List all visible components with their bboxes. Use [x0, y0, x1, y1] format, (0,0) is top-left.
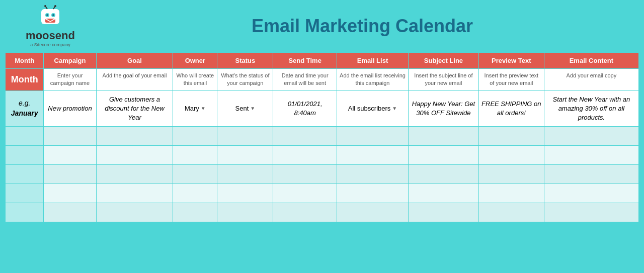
- example-subject-line-cell: Happy New Year: Get 30% OFF Sitewide: [409, 90, 479, 127]
- desc-send-time: Date and time your email will be sent: [273, 69, 337, 91]
- svg-point-3: [46, 14, 48, 16]
- desc-goal: Add the goal of your email: [96, 69, 173, 91]
- col-send-time: Send Time: [273, 53, 337, 69]
- empty-4-preview-text: [478, 184, 544, 203]
- col-campaign: Campaign: [44, 53, 96, 69]
- empty-4-goal: [96, 184, 173, 203]
- empty-4-status: [217, 184, 273, 203]
- empty-2-email-content: [544, 146, 638, 165]
- logo-icon: [38, 5, 62, 29]
- empty-row-1: [6, 127, 639, 146]
- empty-5-email-list: [337, 203, 408, 222]
- empty-3-preview-text: [478, 165, 544, 184]
- logo-text: moosend: [26, 29, 75, 42]
- desc-status: What's the status of your campaign: [217, 69, 273, 91]
- example-campaign-cell: New promotion: [44, 90, 96, 127]
- email-list-dropdown-arrow[interactable]: ▼: [392, 105, 397, 112]
- empty-1-month: [6, 127, 44, 146]
- example-email-list-cell: All subscribers ▼: [337, 90, 408, 127]
- example-email-content-cell: Start the New Year with an amazing 30% o…: [544, 90, 638, 127]
- empty-4-month: [6, 184, 44, 203]
- example-owner-cell: Mary ▼: [173, 90, 217, 127]
- empty-5-send-time: [273, 203, 337, 222]
- empty-3-subject-line: [409, 165, 479, 184]
- empty-3-send-time: [273, 165, 337, 184]
- empty-1-send-time: [273, 127, 337, 146]
- logo-area: moosend a Sitecore company: [10, 5, 91, 47]
- empty-1-email-content: [544, 127, 638, 146]
- empty-5-subject-line: [409, 203, 479, 222]
- empty-1-goal: [96, 127, 173, 146]
- page-title: Email Marketing Calendar: [91, 16, 634, 37]
- empty-row-4: [6, 184, 639, 203]
- col-email-list: Email List: [337, 53, 408, 69]
- empty-2-send-time: [273, 146, 337, 165]
- desc-month: Month: [6, 69, 44, 91]
- empty-4-owner: [173, 184, 217, 203]
- empty-4-campaign: [44, 184, 96, 203]
- title-area: Email Marketing Calendar: [91, 16, 634, 37]
- empty-3-email-list: [337, 165, 408, 184]
- owner-dropdown-arrow[interactable]: ▼: [201, 105, 206, 112]
- empty-2-email-list: [337, 146, 408, 165]
- svg-point-7: [44, 5, 46, 7]
- example-send-time-cell: 01/01/2021, 8:40am: [273, 90, 337, 127]
- empty-5-goal: [96, 203, 173, 222]
- example-goal-cell: Give customers a discount for the New Ye…: [96, 90, 173, 127]
- empty-5-email-content: [544, 203, 638, 222]
- empty-1-status: [217, 127, 273, 146]
- empty-2-goal: [96, 146, 173, 165]
- example-prefix: e.g.: [19, 99, 30, 107]
- empty-3-campaign: [44, 165, 96, 184]
- example-email-list-value: All subscribers: [348, 104, 391, 113]
- empty-5-month: [6, 203, 44, 222]
- table-wrapper: Month Campaign Goal Owner Status Send Ti…: [0, 52, 644, 227]
- empty-2-campaign: [44, 146, 96, 165]
- example-month-cell: e.g. January: [6, 90, 44, 127]
- col-preview-text: Preview Text: [478, 53, 544, 69]
- empty-4-subject-line: [409, 184, 479, 203]
- empty-2-subject-line: [409, 146, 479, 165]
- col-status: Status: [217, 53, 273, 69]
- example-status-cell: Sent ▼: [217, 90, 273, 127]
- empty-1-subject-line: [409, 127, 479, 146]
- description-row: Month Enter your campaign name Add the g…: [6, 69, 639, 91]
- desc-subject-line: Insert the subject line of your new emai…: [409, 69, 479, 91]
- empty-3-owner: [173, 165, 217, 184]
- desc-email-list: Add the email list receiving this campai…: [337, 69, 408, 91]
- empty-2-owner: [173, 146, 217, 165]
- calendar-table: Month Campaign Goal Owner Status Send Ti…: [5, 52, 639, 222]
- desc-campaign: Enter your campaign name: [44, 69, 96, 91]
- empty-1-campaign: [44, 127, 96, 146]
- empty-4-email-list: [337, 184, 408, 203]
- logo-sub: a Sitecore company: [30, 42, 70, 47]
- empty-row-2: [6, 146, 639, 165]
- empty-3-email-content: [544, 165, 638, 184]
- example-preview-text-cell: FREE SHIPPING on all orders!: [478, 90, 544, 127]
- svg-point-4: [52, 14, 54, 16]
- col-subject-line: Subject Line: [409, 53, 479, 69]
- empty-1-preview-text: [478, 127, 544, 146]
- desc-email-content: Add your email copy: [544, 69, 638, 91]
- col-email-content: Email Content: [544, 53, 638, 69]
- empty-3-status: [217, 165, 273, 184]
- column-header-row: Month Campaign Goal Owner Status Send Ti…: [6, 53, 639, 69]
- status-dropdown-arrow[interactable]: ▼: [250, 105, 255, 112]
- desc-preview-text: Insert the preview text of your new emai…: [478, 69, 544, 91]
- col-goal: Goal: [96, 53, 173, 69]
- empty-4-email-content: [544, 184, 638, 203]
- desc-owner: Who will create this email: [173, 69, 217, 91]
- empty-5-campaign: [44, 203, 96, 222]
- empty-1-email-list: [337, 127, 408, 146]
- example-month-value: January: [11, 109, 38, 117]
- header: moosend a Sitecore company Email Marketi…: [0, 0, 644, 52]
- svg-point-9: [54, 5, 56, 7]
- example-status-value: Sent: [235, 104, 249, 113]
- example-owner-value: Mary: [185, 104, 199, 113]
- empty-2-month: [6, 146, 44, 165]
- empty-2-preview-text: [478, 146, 544, 165]
- empty-5-status: [217, 203, 273, 222]
- empty-4-send-time: [273, 184, 337, 203]
- col-owner: Owner: [173, 53, 217, 69]
- col-month: Month: [6, 53, 44, 69]
